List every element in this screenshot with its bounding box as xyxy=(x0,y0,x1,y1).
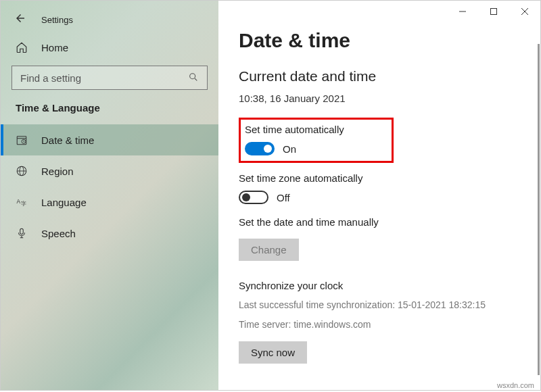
category-title: Time & Language xyxy=(1,102,218,124)
svg-point-0 xyxy=(190,73,195,78)
minimize-button[interactable] xyxy=(447,1,478,22)
calendar-clock-icon xyxy=(16,134,28,146)
sync-now-button[interactable]: Sync now xyxy=(239,341,307,364)
search-box[interactable] xyxy=(11,66,208,90)
svg-rect-12 xyxy=(491,9,497,15)
sidebar-item-label: Language xyxy=(41,197,87,208)
current-datetime-heading: Current date and time xyxy=(239,68,540,84)
sidebar-item-date-time[interactable]: Date & time xyxy=(1,124,218,155)
sidebar-item-speech[interactable]: Speech xyxy=(1,218,218,249)
set-time-auto-toggle[interactable] xyxy=(245,142,275,155)
sidebar-item-label: Region xyxy=(41,166,74,177)
highlight-annotation: Set time automatically On xyxy=(239,118,394,163)
sidebar-item-language[interactable]: A字 Language xyxy=(1,187,218,218)
svg-text:A: A xyxy=(17,199,21,205)
sync-label: Synchronize your clock xyxy=(239,280,540,291)
sidebar-item-label: Date & time xyxy=(41,134,94,146)
change-button[interactable]: Change xyxy=(239,239,299,261)
scrollbar[interactable] xyxy=(538,44,540,375)
globe-icon xyxy=(16,165,28,177)
set-tz-auto-label: Set time zone automatically xyxy=(239,172,540,184)
back-arrow-icon[interactable] xyxy=(14,12,26,28)
svg-rect-10 xyxy=(20,228,24,234)
sidebar-item-label: Speech xyxy=(41,228,76,239)
app-title: Settings xyxy=(41,15,73,25)
search-icon[interactable] xyxy=(188,72,199,84)
titlebar-controls xyxy=(447,1,540,22)
microphone-icon xyxy=(16,227,28,239)
svg-text:字: 字 xyxy=(21,201,26,207)
set-tz-auto-toggle[interactable] xyxy=(239,191,268,204)
sync-last-info: Last successful time synchronization: 15… xyxy=(239,298,540,312)
set-tz-auto-state: Off xyxy=(277,192,290,203)
manual-label: Set the date and time manually xyxy=(239,216,540,228)
content-panel: Date & time Current date and time 10:38,… xyxy=(218,1,540,390)
current-datetime-value: 10:38, 16 January 2021 xyxy=(239,93,540,104)
search-input[interactable] xyxy=(20,72,172,84)
home-icon xyxy=(16,41,28,53)
set-time-auto-state: On xyxy=(283,143,296,155)
home-nav[interactable]: Home xyxy=(1,33,218,62)
sidebar-item-region[interactable]: Region xyxy=(1,155,218,187)
sidebar-panel: Settings Home Time & Language Date & tim… xyxy=(1,1,218,390)
home-label: Home xyxy=(41,42,68,53)
language-icon: A字 xyxy=(16,196,28,208)
maximize-button[interactable] xyxy=(478,1,509,22)
set-time-auto-label: Set time automatically xyxy=(245,124,344,135)
watermark: wsxdn.com xyxy=(497,381,534,389)
svg-line-1 xyxy=(195,78,197,80)
close-button[interactable] xyxy=(509,1,540,22)
sync-server-info: Time server: time.windows.com xyxy=(239,318,540,332)
page-title: Date & time xyxy=(239,29,540,52)
